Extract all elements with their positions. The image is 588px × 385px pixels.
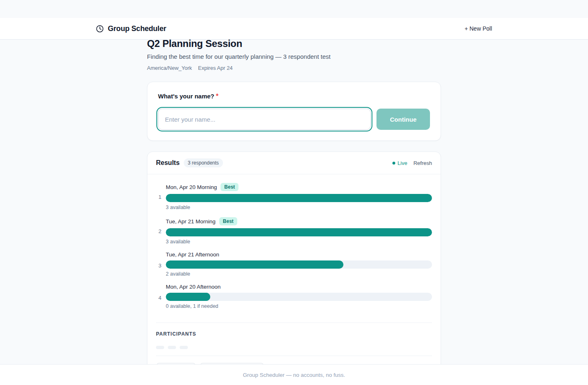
option-rank: 4	[156, 284, 166, 309]
option-label: Mon, Apr 20 Afternoon	[166, 284, 220, 290]
option-row: 3 Tue, Apr 21 Afternoon 2 available	[156, 251, 432, 277]
participants-skeleton	[156, 346, 432, 349]
availability-bar-fill	[166, 194, 432, 202]
availability-bar-track	[166, 260, 432, 269]
poll-meta: America/New_York Expires Apr 24	[147, 65, 441, 71]
participant-chip-placeholder	[168, 346, 176, 349]
refresh-button[interactable]: Refresh	[413, 160, 432, 166]
results-card: Results 3 respondents Live Refresh 1 Mon…	[147, 151, 441, 385]
respondents-badge: 3 respondents	[184, 158, 223, 167]
name-input[interactable]	[158, 109, 371, 130]
new-poll-link[interactable]: + New Poll	[465, 25, 492, 32]
option-rank: 2	[156, 217, 166, 245]
availability-bar-track	[166, 293, 432, 301]
poll-expiry: Expires Apr 24	[198, 65, 233, 71]
options-list: 1 Mon, Apr 20 Morning Best 3 available 2	[147, 174, 441, 318]
participants-section: PARTICIPANTS	[147, 323, 441, 352]
option-label: Tue, Apr 21 Afternoon	[166, 251, 219, 258]
poll-timezone: America/New_York	[147, 65, 192, 71]
availability-bar-track	[166, 228, 432, 236]
results-header: Results 3 respondents Live Refresh	[147, 152, 441, 174]
poll-title: Q2 Planning Session	[147, 38, 441, 49]
option-availability: 0 available, 1 if needed	[166, 303, 432, 309]
option-availability: 2 available	[166, 271, 432, 277]
availability-bar-fill	[166, 228, 432, 236]
participant-chip-placeholder	[156, 346, 164, 349]
name-field-label: What's your name?	[158, 93, 214, 100]
option-rank: 1	[156, 183, 166, 210]
app-brand[interactable]: Group Scheduler	[96, 24, 166, 33]
option-label: Mon, Apr 20 Morning	[166, 184, 217, 190]
best-badge: Best	[220, 183, 238, 191]
continue-button[interactable]: Continue	[376, 109, 430, 130]
live-status: Live	[392, 160, 408, 166]
participants-heading: PARTICIPANTS	[156, 331, 432, 337]
best-badge: Best	[219, 217, 237, 225]
name-entry-card: What's your name?* Continue	[147, 82, 441, 141]
app-footer: Group Scheduler — no accounts, no fuss.	[0, 364, 588, 385]
option-availability: 3 available	[166, 205, 432, 210]
results-title: Results	[156, 159, 180, 167]
availability-bar-fill	[166, 260, 343, 269]
option-row: 2 Tue, Apr 21 Morning Best 3 available	[156, 217, 432, 245]
footer-tagline: Group Scheduler — no accounts, no fuss.	[243, 372, 345, 378]
required-asterisk: *	[216, 93, 218, 100]
app-title: Group Scheduler	[108, 24, 166, 33]
option-row: 1 Mon, Apr 20 Morning Best 3 available	[156, 183, 432, 210]
poll-description: Finding the best time for our quarterly …	[147, 53, 441, 60]
main-content: Q2 Planning Session Finding the best tim…	[147, 38, 441, 385]
availability-bar-fill	[166, 293, 210, 301]
live-label: Live	[398, 160, 408, 166]
option-availability: 3 available	[166, 239, 432, 245]
clock-icon	[96, 25, 104, 33]
availability-bar-track	[166, 194, 432, 202]
app-header: Group Scheduler + New Poll	[0, 18, 588, 40]
option-rank: 3	[156, 251, 166, 277]
participant-chip-placeholder	[180, 346, 188, 349]
option-label: Tue, Apr 21 Morning	[166, 218, 216, 225]
top-spacer	[0, 0, 588, 18]
option-row: 4 Mon, Apr 20 Afternoon 0 available, 1 i…	[156, 284, 432, 309]
live-dot-icon	[392, 162, 395, 165]
